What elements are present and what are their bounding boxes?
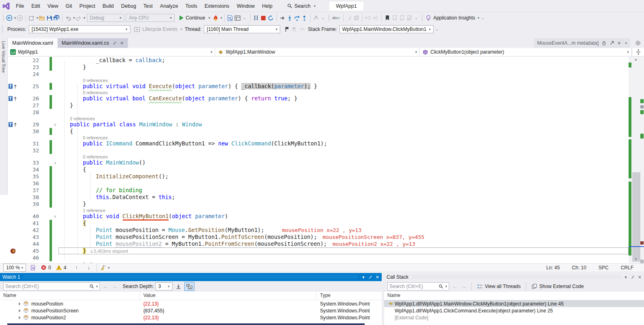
code-text[interactable]: InitializeComponent(); <box>58 173 629 180</box>
breakpoint-margin[interactable] <box>7 234 19 240</box>
watch-row-mousePosition2[interactable]: mousePosition2{22,13}System.Windows.Poin… <box>0 314 382 321</box>
line-indicator[interactable]: Ln: 45 <box>546 265 560 271</box>
watch-value[interactable]: {22,13} <box>140 315 317 321</box>
chevron-down-icon[interactable]: ▾ <box>625 41 627 45</box>
spaces-indicator[interactable]: SPC <box>599 265 609 271</box>
breakpoint-margin[interactable] <box>7 220 19 227</box>
code-text[interactable]: { <box>58 220 629 227</box>
menu-item-tools[interactable]: Tools <box>182 3 201 9</box>
type-dropdown[interactable]: WpfApp1.MainWindow ▾ <box>215 48 420 56</box>
breakpoint-margin[interactable] <box>7 147 19 154</box>
watch-search-input[interactable]: Search (Ctrl+E) ▾ <box>3 282 100 290</box>
column-header-name[interactable]: Name <box>0 292 140 300</box>
perf-tip[interactable]: ≤ 5,403ms elapsed <box>90 249 128 254</box>
process-combo[interactable]: [15432] WpfApp1.exe▾ <box>29 25 130 33</box>
search-menu[interactable]: Search ▾ <box>283 2 319 10</box>
collapse-chevron-icon[interactable]: ∨ <box>52 213 58 220</box>
debugger-inline-value[interactable]: mousePosition2 x=22 , y=13 <box>333 241 415 247</box>
menu-item-test[interactable]: Test <box>140 3 156 9</box>
war[interactable] <box>55 264 63 271</box>
watch-name-cell[interactable]: mousePositionScreen <box>0 307 140 314</box>
menu-item-analyze[interactable]: Analyze <box>156 3 182 9</box>
split-editor-button[interactable] <box>632 48 644 56</box>
window-position-icon[interactable]: ▾ <box>362 275 365 280</box>
column-header-value[interactable]: Value <box>140 292 317 300</box>
toolbar-grip[interactable] <box>2 26 3 33</box>
toolbar-grip[interactable] <box>2 14 4 22</box>
next-issue-icon[interactable]: ↓ <box>87 265 90 271</box>
search-depth-combo[interactable]: 3▾ <box>156 282 173 290</box>
warning-count[interactable]: 4 <box>64 265 67 271</box>
codelens-references[interactable]: 1 reference <box>83 208 106 213</box>
window-position-icon[interactable]: ▾ <box>625 275 627 280</box>
breakpoint-margin[interactable] <box>7 173 19 180</box>
code-text[interactable]: public partial class MainWindow : Window <box>58 121 629 128</box>
zoom-combo[interactable]: 100 %▾ <box>3 264 26 272</box>
thread-combo[interactable]: [1160] Main Thread▾ <box>204 25 280 33</box>
solution-platform-combo[interactable]: Any CPU▾ <box>126 14 175 22</box>
code-text[interactable]: public virtual void Execute(object param… <box>58 83 629 90</box>
breakpoint-margin[interactable] <box>7 159 19 166</box>
breakpoint-margin[interactable] <box>7 90 19 95</box>
breakpoint-margin[interactable] <box>7 187 19 194</box>
watch-horizontal-scrollbar[interactable] <box>7 323 365 325</box>
breakpoint-margin[interactable] <box>7 135 19 140</box>
stop-debugging-icon[interactable] <box>260 14 267 22</box>
next-bookmark-icon[interactable] <box>398 14 406 22</box>
scrollbar-down-icon[interactable]: ▼ <box>632 257 640 261</box>
error-count-icon[interactable] <box>40 264 47 271</box>
breakpoint-margin[interactable] <box>7 128 19 135</box>
menu-item-build[interactable]: Build <box>99 3 117 9</box>
menu-item-edit[interactable]: Edit <box>28 3 44 9</box>
break-all-icon[interactable] <box>253 14 260 22</box>
breakpoint-margin[interactable] <box>7 227 19 234</box>
toolbar-overflow[interactable]: ⌄ <box>481 16 485 20</box>
breakpoint-margin[interactable] <box>7 166 19 173</box>
code-text[interactable] <box>58 180 629 187</box>
chevron-down-icon[interactable]: ▾ <box>108 266 110 270</box>
close-icon[interactable]: ✕ <box>617 41 621 46</box>
code-text[interactable]: public MainWindow() <box>58 159 629 166</box>
application-insights-label[interactable]: Application Insights <box>433 15 475 21</box>
menu-item-file[interactable]: File <box>12 3 28 9</box>
menu-item-project[interactable]: Project <box>76 3 99 9</box>
step-over-icon[interactable] <box>294 14 301 22</box>
clear-bookmarks-icon[interactable] <box>406 14 413 22</box>
breakpoint-margin[interactable] <box>7 154 19 159</box>
breakpoint-margin[interactable] <box>7 109 19 116</box>
show-external-code-button[interactable]: Show External Code <box>530 282 585 291</box>
collapse-chevron-icon[interactable]: ∨ <box>52 159 58 166</box>
spell-check-icon[interactable]: abc✓ <box>331 14 341 22</box>
current-statement-icon[interactable] <box>7 247 19 254</box>
menu-item-extensions[interactable]: Extensions <box>201 3 233 9</box>
code-map-icon[interactable] <box>313 14 320 22</box>
codelens-references[interactable]: 0 references <box>83 78 108 83</box>
tab-mainwindow-xaml[interactable]: MainWindow.xaml <box>8 38 57 48</box>
pin-values-icon[interactable] <box>174 282 183 291</box>
solution-configuration-combo[interactable]: Debug▾ <box>87 14 124 22</box>
view-all-threads-button[interactable]: View all Threads <box>475 282 522 291</box>
breakpoint-margin[interactable] <box>7 102 19 109</box>
new-project-icon[interactable] <box>28 14 35 22</box>
preview-tab-metadata[interactable]: MouseEventA...m metadata] ✕ ▾ <box>534 38 630 48</box>
call-stack-frame-2[interactable]: [External Code] <box>384 314 644 321</box>
code-text[interactable]: 0 references <box>58 154 629 159</box>
chevron-down-icon[interactable]: ▾ <box>96 284 98 288</box>
step-out-icon[interactable] <box>301 14 308 22</box>
redo-icon[interactable] <box>75 14 82 22</box>
code-text[interactable]: { <box>58 166 629 173</box>
expander-icon[interactable] <box>19 316 21 319</box>
search-icon[interactable] <box>438 283 444 290</box>
code-text[interactable]: 2 references <box>58 116 629 121</box>
search-icon[interactable] <box>89 283 95 290</box>
breakpoint-margin[interactable] <box>7 240 19 247</box>
breakpoint-margin[interactable] <box>7 57 19 64</box>
debugger-inline-value[interactable]: mousePositionScreen x=837, y=455 <box>323 234 424 240</box>
code-text[interactable]: _callback = callback; <box>58 57 629 64</box>
code-text[interactable]: { <box>58 128 629 135</box>
breakpoint-margin[interactable] <box>7 194 19 201</box>
bookmark-icon[interactable] <box>384 14 391 22</box>
breakpoint-margin[interactable] <box>7 140 19 147</box>
tab-mainwindow-xaml-cs[interactable]: MainWindow.xaml.cs ✕ <box>58 38 128 48</box>
pin-icon[interactable] <box>112 41 117 46</box>
